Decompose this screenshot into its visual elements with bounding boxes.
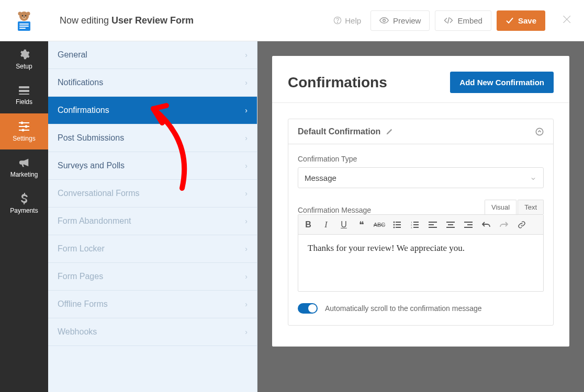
svg-rect-35 [413, 227, 419, 228]
subnav-item-confirmations[interactable]: Confirmations› [48, 97, 257, 124]
svg-rect-9 [19, 26, 29, 27]
card-title-text: Default Confirmation [298, 127, 380, 136]
nav-fields[interactable]: Fields [0, 77, 48, 113]
numbered-list-icon[interactable]: 123 [409, 219, 421, 230]
nav-setup-label: Setup [16, 63, 32, 70]
panel-title: Confirmations [288, 74, 387, 91]
align-left-icon[interactable] [427, 219, 439, 230]
svg-rect-31 [413, 222, 419, 223]
svg-rect-10 [19, 28, 26, 29]
subnav-item-label: Confirmations [58, 106, 109, 115]
svg-text:3: 3 [411, 226, 412, 228]
chevron-right-icon: › [245, 300, 248, 308]
subnav-item-form-abandonment[interactable]: Form Abandonment› [48, 207, 257, 235]
undo-icon[interactable] [480, 219, 492, 230]
subnav-item-label: Form Pages [58, 272, 103, 281]
svg-point-3 [22, 15, 24, 17]
subnav-item-surveys-polls[interactable]: Surveys and Polls› [48, 152, 257, 180]
link-icon[interactable] [516, 219, 527, 230]
autoscroll-toggle[interactable] [298, 303, 318, 314]
help-icon [333, 16, 342, 25]
check-icon [506, 17, 514, 24]
chevron-right-icon: › [245, 272, 248, 281]
autoscroll-label: Automatically scroll to the confirmation… [325, 304, 482, 313]
help-link[interactable]: Help [333, 16, 361, 25]
svg-rect-29 [396, 227, 401, 228]
svg-point-1 [18, 12, 22, 16]
save-button[interactable]: Save [497, 10, 545, 31]
chevron-right-icon: › [245, 189, 248, 198]
editor-tab-text[interactable]: Text [518, 200, 544, 214]
close-button[interactable] [562, 14, 572, 27]
subnav-item-offline-forms[interactable]: Offline Forms› [48, 291, 257, 318]
type-label: Confirmation Type [298, 155, 544, 163]
editor-tab-visual[interactable]: Visual [485, 200, 516, 214]
card-header[interactable]: Default Confirmation [288, 119, 553, 144]
subnav-item-label: Notifications [58, 78, 103, 87]
add-confirmation-button[interactable]: Add New Confirmation [450, 72, 554, 93]
svg-rect-33 [413, 224, 419, 225]
bold-icon[interactable]: B [302, 219, 314, 230]
nav-settings-label: Settings [13, 135, 35, 142]
svg-rect-8 [19, 24, 29, 25]
svg-rect-27 [396, 224, 401, 225]
subnav-item-webhooks[interactable]: Webhooks› [48, 318, 257, 346]
subnav-item-form-locker[interactable]: Form Locker› [48, 235, 257, 263]
code-icon [444, 17, 453, 24]
editor-content[interactable]: Thanks for your review! We appreciate yo… [298, 235, 543, 291]
preview-button[interactable]: Preview [370, 10, 430, 31]
pencil-icon[interactable] [386, 128, 393, 135]
rich-text-editor: B I U ❝ ABC 123 Thanks for y [298, 214, 544, 292]
nav-payments[interactable]: Payments [0, 186, 48, 222]
subnav-item-general[interactable]: General› [48, 41, 257, 69]
nav-settings[interactable]: Settings [0, 113, 48, 149]
chevron-right-icon: › [245, 51, 248, 59]
chevron-up-icon[interactable] [535, 128, 544, 136]
svg-point-18 [25, 125, 28, 128]
chevron-right-icon: › [245, 245, 248, 253]
gear-icon [18, 49, 30, 60]
svg-point-21 [338, 22, 338, 22]
subnav-item-post-submissions[interactable]: Post Submissions› [48, 124, 257, 152]
nav-payments-label: Payments [10, 207, 38, 214]
page-title: Now editing User Review Form [60, 15, 194, 26]
svg-rect-38 [429, 227, 437, 228]
align-center-icon[interactable] [445, 219, 456, 230]
svg-point-19 [22, 129, 25, 132]
svg-rect-37 [429, 224, 434, 225]
quote-icon[interactable]: ❝ [356, 219, 367, 230]
subnav-item-label: General [58, 50, 87, 60]
strikethrough-icon[interactable]: ABC [374, 219, 385, 230]
italic-icon[interactable]: I [320, 219, 332, 230]
bullhorn-icon [18, 157, 30, 168]
svg-rect-40 [448, 224, 453, 225]
svg-rect-14 [19, 122, 29, 123]
eye-icon [379, 17, 389, 24]
embed-button[interactable]: Embed [435, 10, 491, 31]
primary-nav: Setup Fields Settings Marketing Payments [0, 0, 48, 392]
svg-rect-13 [19, 94, 29, 95]
chevron-right-icon: › [245, 328, 248, 336]
editor-toolbar: B I U ❝ ABC 123 [298, 215, 543, 235]
svg-point-24 [394, 221, 395, 223]
redo-icon[interactable] [498, 219, 510, 230]
underline-icon[interactable]: U [338, 219, 350, 230]
message-label: Confirmation Message [298, 206, 371, 214]
nav-setup[interactable]: Setup [0, 41, 48, 77]
confirmation-type-select[interactable]: Message [298, 167, 544, 188]
subnav-item-conversational-forms[interactable]: Conversational Forms› [48, 180, 257, 207]
svg-rect-41 [446, 227, 455, 228]
svg-point-28 [394, 226, 395, 228]
svg-point-26 [394, 224, 395, 225]
nav-marketing[interactable]: Marketing [0, 149, 48, 186]
nav-fields-label: Fields [16, 98, 32, 106]
bullet-list-icon[interactable] [391, 219, 403, 230]
chevron-right-icon: › [245, 162, 248, 170]
subnav-item-notifications[interactable]: Notifications› [48, 69, 257, 97]
align-right-icon[interactable] [463, 219, 474, 230]
svg-rect-12 [19, 90, 29, 92]
svg-point-2 [27, 12, 30, 16]
subnav-item-form-pages[interactable]: Form Pages› [48, 263, 257, 291]
svg-point-22 [383, 19, 386, 22]
settings-subnav: General›Notifications›Confirmations›Post… [48, 41, 257, 392]
